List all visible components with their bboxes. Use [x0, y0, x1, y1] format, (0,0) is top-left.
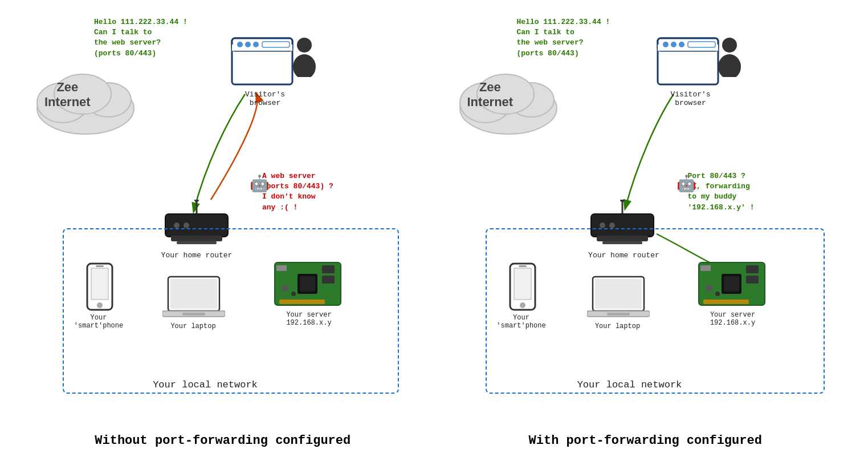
right-laptop: [587, 274, 650, 322]
svg-rect-68: [700, 265, 711, 271]
left-raspi: [274, 260, 342, 311]
svg-point-73: [715, 292, 720, 296]
left-network-label: Your local network: [134, 379, 276, 390]
svg-rect-31: [276, 265, 287, 271]
titles-row: Without port-forwarding configured With …: [0, 428, 868, 450]
svg-point-12: [293, 54, 316, 77]
svg-point-54: [609, 223, 615, 228]
svg-point-22: [97, 302, 103, 308]
svg-rect-21: [91, 268, 108, 300]
right-browser-label: Visitor's browser: [657, 90, 725, 107]
svg-rect-66: [746, 265, 759, 273]
left-person: [292, 37, 317, 84]
svg-point-53: [600, 223, 605, 228]
svg-rect-34: [279, 300, 325, 304]
left-diagram: ZeeInternet Hello 111.222.33.44 !Can I t…: [11, 6, 434, 422]
right-cloud-label: ZeeInternet: [467, 80, 514, 110]
diagrams-container: ZeeInternet Hello 111.222.33.44 !Can I t…: [0, 0, 868, 428]
left-robot-emoji: 🤖: [250, 174, 270, 193]
left-browser: [231, 37, 294, 86]
svg-point-45: [671, 42, 677, 47]
svg-point-11: [297, 38, 312, 52]
left-diagram-title: Without port-forwarding configured: [11, 432, 434, 450]
left-router-callout: A web server(ports 80/443) ?I don't know…: [262, 171, 333, 213]
left-browser-label: Visitor's browser: [231, 90, 299, 107]
left-smartphone-label: Your'smart'phone: [73, 314, 124, 330]
right-robot-emoji: 🤖: [677, 174, 696, 193]
svg-point-16: [174, 223, 180, 228]
right-network-label: Your local network: [559, 379, 701, 390]
svg-rect-60: [519, 265, 527, 267]
right-diagram: ZeeInternet Hello 111.222.33.44 !Can I t…: [434, 6, 857, 422]
svg-point-36: [291, 292, 296, 296]
right-callout-green-top: Hello 111.222.33.44 !Can I talk tothe we…: [517, 17, 610, 59]
svg-rect-25: [170, 279, 217, 309]
svg-point-17: [184, 223, 189, 228]
svg-point-48: [722, 38, 737, 52]
svg-rect-71: [703, 300, 749, 304]
left-cloud-label: ZeeInternet: [44, 80, 91, 110]
right-server-label: Your server192.168.x.y: [699, 311, 767, 327]
svg-point-35: [282, 285, 288, 292]
svg-point-44: [663, 42, 669, 47]
right-router-callout: Port 80/443 ?OK, forwardingto my buddy'1…: [688, 171, 755, 213]
left-smartphone: [85, 262, 114, 314]
svg-rect-58: [514, 268, 531, 300]
svg-rect-67: [746, 276, 759, 284]
svg-rect-30: [322, 276, 335, 284]
right-raspi: [698, 260, 766, 311]
svg-rect-23: [96, 265, 104, 267]
svg-rect-64: [607, 313, 630, 316]
svg-point-46: [679, 42, 684, 47]
right-person: [717, 37, 743, 84]
right-laptop-label: Your laptop: [595, 322, 641, 330]
left-callout-green: Hello 111.222.33.44 !Can I talk tothe we…: [94, 17, 188, 59]
svg-point-8: [245, 42, 251, 47]
svg-rect-27: [182, 313, 205, 316]
left-laptop: [162, 274, 225, 322]
right-title-half: With port-forwarding configured: [434, 428, 857, 450]
svg-point-9: [253, 42, 259, 47]
right-smartphone-label: Your'smart'phone: [496, 314, 547, 330]
left-title-half: Without port-forwarding configured: [11, 428, 434, 450]
svg-point-59: [520, 302, 525, 308]
svg-rect-29: [322, 265, 335, 273]
right-diagram-title: With port-forwarding configured: [434, 432, 857, 450]
right-smartphone: [508, 262, 537, 314]
right-browser: [657, 37, 719, 86]
svg-point-7: [237, 42, 243, 47]
svg-point-72: [706, 285, 712, 292]
left-laptop-label: Your laptop: [170, 322, 216, 330]
svg-point-49: [718, 54, 741, 77]
left-server-label: Your server192.168.x.y: [275, 311, 343, 327]
svg-rect-33: [300, 276, 315, 292]
svg-point-51: [620, 200, 625, 202]
svg-point-14: [194, 200, 199, 202]
svg-rect-62: [595, 279, 642, 309]
svg-rect-70: [724, 276, 739, 292]
